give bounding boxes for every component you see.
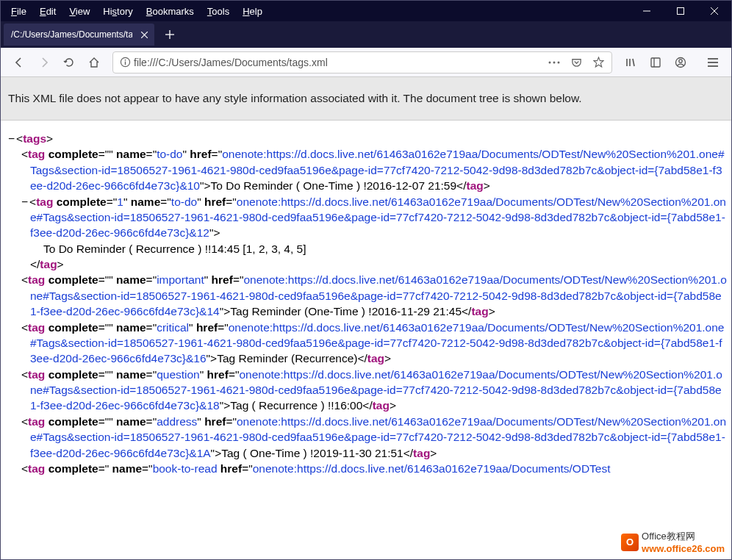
xml-tag-open[interactable]: −<tag complete="1" name="to-do" href="on…: [8, 194, 727, 241]
watermark-logo-icon: O: [621, 534, 639, 551]
maximize-button[interactable]: [664, 1, 697, 21]
bookmark-star-icon[interactable]: [588, 53, 609, 72]
close-button[interactable]: [697, 1, 731, 21]
xml-tag-text: To Do Reminder ( Recurrence ) !!14:45 [1…: [8, 241, 727, 256]
reload-button[interactable]: [58, 51, 80, 73]
menu-bookmarks[interactable]: Bookmarks: [140, 3, 200, 20]
xml-tag-element[interactable]: <tag complete="" name="question" href="o…: [8, 367, 727, 414]
svg-rect-1: [678, 8, 684, 15]
svg-point-11: [549, 61, 551, 63]
xml-tag-element[interactable]: <tag complete="" name="to-do" href="onen…: [8, 146, 727, 193]
home-button[interactable]: [83, 51, 105, 73]
menu-history[interactable]: History: [97, 3, 138, 20]
svg-point-9: [124, 60, 126, 61]
watermark: O Office教程网 www.office26.com: [621, 530, 725, 554]
svg-point-13: [558, 61, 560, 63]
xml-tag-close[interactable]: </tag>: [8, 256, 727, 272]
account-icon[interactable]: [670, 51, 692, 73]
tabbar: /C:/Users/James/Documents/tag: [1, 21, 731, 48]
xml-notice: This XML file does not appear to have an…: [1, 77, 731, 121]
menu-tools[interactable]: Tools: [201, 3, 235, 20]
minimize-button[interactable]: [630, 1, 664, 21]
info-icon[interactable]: [116, 57, 134, 68]
pocket-icon[interactable]: [566, 53, 586, 72]
watermark-url: www.office26.com: [642, 543, 725, 554]
svg-line-16: [633, 59, 634, 66]
titlebar: File Edit View History Bookmarks Tools H…: [1, 1, 731, 21]
browser-tab[interactable]: /C:/Users/James/Documents/tag: [4, 24, 154, 46]
xml-tag-partial[interactable]: <tag complete=" name="book-to-read href=…: [8, 461, 727, 476]
back-button[interactable]: [8, 51, 30, 73]
svg-point-12: [553, 61, 556, 63]
svg-point-20: [679, 59, 682, 62]
menu-view[interactable]: View: [63, 3, 96, 20]
menu-file[interactable]: File: [5, 3, 32, 20]
menu-help[interactable]: Help: [237, 3, 268, 20]
sidebar-icon[interactable]: [645, 51, 667, 73]
url-bar[interactable]: [112, 51, 612, 73]
xml-tag-element[interactable]: <tag complete="" name="critical" href="o…: [8, 320, 727, 367]
xml-tree[interactable]: −<tags><tag complete="" name="to-do" hre…: [1, 121, 731, 554]
window-controls: [630, 1, 731, 21]
library-icon[interactable]: [620, 51, 642, 73]
forward-button[interactable]: [33, 51, 55, 73]
new-tab-button[interactable]: [159, 24, 181, 46]
menu-edit[interactable]: Edit: [34, 3, 62, 20]
menu-icon[interactable]: [702, 51, 724, 73]
menubar: File Edit View History Bookmarks Tools H…: [1, 3, 630, 20]
xml-tag-element[interactable]: <tag complete="" name="important" href="…: [8, 272, 727, 319]
url-input[interactable]: [134, 57, 544, 68]
tab-title: /C:/Users/James/Documents/tag: [11, 29, 132, 40]
toolbar: [1, 48, 731, 77]
svg-rect-17: [651, 58, 660, 67]
watermark-brand: Office教程网: [642, 530, 725, 543]
xml-root-open[interactable]: −<tags>: [8, 131, 727, 146]
tab-close-icon[interactable]: [138, 29, 150, 40]
page-actions-icon[interactable]: [544, 53, 564, 72]
xml-tag-element[interactable]: <tag complete="" name="address" href="on…: [8, 414, 727, 461]
